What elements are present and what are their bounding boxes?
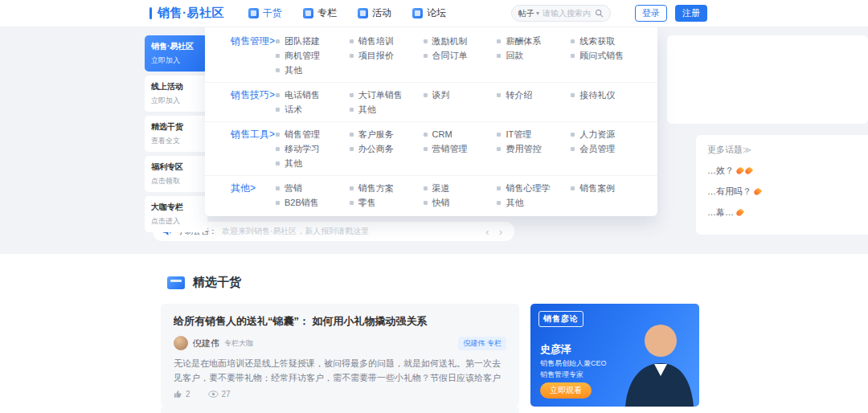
video-promo-card[interactable]: 销售彦论 史彦泽 销售易创始人兼CEO 销售管理专家 立即观看 — [530, 304, 699, 407]
mega-menu-item[interactable]: 其他 — [497, 195, 571, 210]
topic-item[interactable]: …幕… — [707, 206, 857, 219]
mega-menu-item[interactable]: 快销 — [424, 195, 497, 210]
like-stat[interactable]: 2 — [174, 390, 190, 399]
mega-menu-item[interactable]: 顾问式销售 — [571, 48, 645, 63]
mega-menu-item[interactable]: CRM — [424, 127, 497, 141]
mega-menu-item[interactable]: 零售 — [350, 195, 424, 210]
article-card[interactable]: 给所有销售人的送礼“锦囊”： 如何用小礼物撬动强关系 倪建伟 专栏大咖 倪建伟 … — [161, 304, 519, 407]
register-button[interactable]: 注册 — [675, 5, 707, 22]
sidebar-card-action: 查看全文 — [151, 136, 201, 146]
bullet-icon — [424, 147, 428, 151]
mega-item-label: 移动学习 — [285, 141, 320, 156]
mega-item-grid: 销售管理客户服务CRMIT管理人力资源移动学习办公商务营销管理费用管控会员管理其… — [276, 127, 657, 170]
speaker-title-2: 销售管理专家 — [540, 370, 583, 380]
mega-menu-item[interactable]: 薪酬体系 — [497, 34, 571, 48]
mega-category[interactable]: 其他> — [205, 181, 276, 210]
nav-item-0[interactable]: 干货 — [248, 6, 282, 20]
search-category-select[interactable]: 帖子 ▾ — [518, 8, 539, 19]
mega-item-label: 人力资源 — [579, 127, 615, 141]
mega-menu-item[interactable]: 移动学习 — [276, 141, 350, 156]
mega-category[interactable]: 销售技巧> — [205, 88, 276, 117]
nav-item-1[interactable]: 专栏 — [303, 6, 337, 20]
mega-menu-item[interactable]: 办公商务 — [350, 141, 424, 156]
mega-menu-item[interactable]: 渠道 — [424, 181, 497, 195]
bullet-icon — [350, 147, 354, 151]
more-topics-link[interactable]: 更多话题≫ — [707, 144, 857, 156]
mega-menu-item[interactable]: 销售案例 — [571, 181, 645, 195]
author-avatar[interactable] — [174, 336, 188, 350]
author-name[interactable]: 倪建伟 — [193, 337, 219, 350]
mega-menu-item[interactable]: 谈判 — [424, 88, 497, 102]
mega-menu-item[interactable]: 营销管理 — [424, 141, 497, 156]
mega-menu-item[interactable]: 转介绍 — [497, 88, 571, 102]
mega-menu-item[interactable]: B2B销售 — [276, 195, 350, 210]
mega-item-label: B2B销售 — [285, 195, 319, 210]
mega-menu-item[interactable]: 营销 — [276, 181, 350, 195]
mega-menu-item[interactable]: 线索获取 — [571, 34, 645, 48]
topic-text: …有用吗？ — [707, 186, 751, 198]
sidebar-card-2[interactable]: 精选干货查看全文 — [145, 116, 207, 152]
bullet-icon — [424, 39, 428, 43]
site-logo[interactable]: 销售·易社区 — [149, 6, 224, 21]
topic-item[interactable]: …效？ — [707, 165, 857, 177]
mega-menu-item[interactable]: 其他 — [350, 102, 424, 117]
mega-category[interactable]: 销售管理> — [205, 34, 276, 77]
bullet-icon — [571, 54, 575, 58]
announcement-next-button[interactable]: › — [497, 227, 505, 237]
sidebar-card-title: 大咖专栏 — [151, 202, 201, 213]
mega-menu-item[interactable]: 项目报价 — [350, 48, 424, 63]
forum-icon — [412, 8, 423, 18]
login-button[interactable]: 登录 — [635, 5, 667, 22]
topic-item[interactable]: …有用吗？ — [707, 186, 857, 198]
announcement-prev-button[interactable]: ‹ — [483, 227, 491, 237]
mega-item-grid: 团队搭建销售培训激励机制薪酬体系线索获取商机管理项目报价合同订单回款顾问式销售其… — [276, 34, 657, 77]
mega-menu-item[interactable]: 客户服务 — [350, 127, 424, 141]
search-box[interactable]: 帖子 ▾ 请输入搜索内容 — [511, 5, 611, 22]
mega-menu-item[interactable]: 激励机制 — [424, 34, 497, 48]
nav-item-2[interactable]: 活动 — [358, 6, 391, 20]
mega-menu-item[interactable]: 电话销售 — [276, 88, 350, 102]
mega-menu-item[interactable]: 大订单销售 — [350, 88, 424, 102]
mega-item-label: 其他 — [506, 195, 523, 210]
mega-item-label: 电话销售 — [285, 88, 320, 102]
bullet-icon — [571, 93, 575, 97]
mega-menu-item[interactable]: 合同订单 — [424, 48, 497, 63]
mega-item-label: CRM — [432, 127, 452, 141]
bullet-icon — [424, 186, 428, 190]
watch-now-button[interactable]: 立即观看 — [540, 382, 592, 399]
search-input[interactable]: 请输入搜索内容 — [542, 8, 592, 19]
mega-menu-item[interactable]: 人力资源 — [571, 127, 645, 141]
mega-menu-item[interactable]: 回款 — [497, 48, 571, 63]
bullet-icon — [497, 54, 501, 58]
nav-item-3[interactable]: 论坛 — [412, 6, 446, 20]
sidebar-card-3[interactable]: 福利专区点击领取 — [145, 156, 207, 192]
main-nav: 干货专栏活动论坛 — [248, 6, 446, 20]
mega-menu-item[interactable]: 其他 — [276, 156, 350, 170]
mega-menu-item[interactable]: 会员管理 — [571, 141, 645, 156]
bullet-icon — [497, 147, 501, 151]
article-tag[interactable]: 倪建伟 专栏 — [458, 337, 506, 350]
sidebar-card-1[interactable]: 线上活动立即加入 — [145, 76, 207, 112]
mega-menu-item[interactable]: 销售管理 — [276, 127, 350, 141]
mega-menu-item[interactable]: 团队搭建 — [276, 34, 350, 48]
featured-section: 精选干货 给所有销售人的送礼“锦囊”： 如何用小礼物撬动强关系 倪建伟 专栏大咖… — [0, 254, 868, 413]
logo-accent-bar — [149, 7, 152, 19]
mega-menu-item[interactable]: 销售培训 — [350, 34, 424, 48]
mega-menu-item[interactable]: 其他 — [276, 63, 350, 77]
mega-menu-item[interactable]: IT管理 — [497, 127, 571, 141]
mega-item-label: 薪酬体系 — [506, 34, 541, 48]
mega-menu-item[interactable]: 销售心理学 — [497, 181, 571, 195]
mega-category[interactable]: 销售工具> — [205, 127, 276, 170]
mega-menu-item[interactable]: 销售方案 — [350, 181, 424, 195]
sidebar-card-4[interactable]: 大咖专栏点击进入 — [145, 196, 207, 232]
mega-menu-item[interactable]: 话术 — [276, 102, 350, 117]
sidebar-card-0[interactable]: 销售·易社区立即加入 — [145, 35, 207, 72]
mega-menu-item[interactable]: 商机管理 — [276, 48, 350, 63]
nav-item-label: 干货 — [263, 6, 282, 20]
mega-item-label: 合同订单 — [432, 48, 468, 63]
mega-menu-item[interactable]: 费用管控 — [497, 141, 571, 156]
mega-item-label: 谈判 — [432, 88, 450, 102]
mega-menu-item[interactable]: 接待礼仪 — [571, 88, 645, 102]
article-title[interactable]: 给所有销售人的送礼“锦囊”： 如何用小礼物撬动强关系 — [174, 314, 506, 329]
search-icon[interactable] — [595, 9, 604, 18]
